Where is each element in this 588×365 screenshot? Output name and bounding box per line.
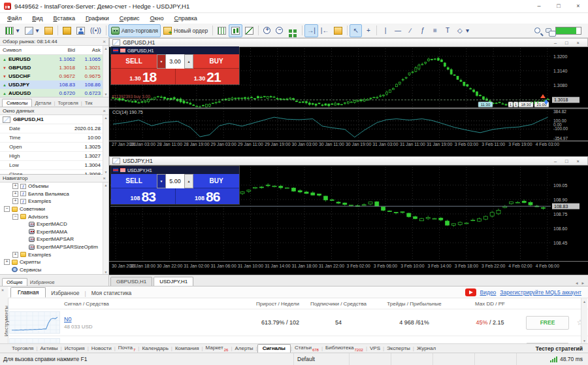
line-chart-mode-button[interactable] [242,24,256,37]
navigator-item-expertmacd[interactable]: ExpertMACD [0,220,108,228]
video-link[interactable]: Видео [480,289,497,296]
menu-вставка[interactable]: Вставка [48,13,80,24]
column-signal-funds[interactable]: Сигнал / Средства [60,301,229,307]
volume-down-button[interactable]: ▼ [157,174,166,188]
navigator-item-examples[interactable]: +ƒExamples [0,198,108,205]
tab-общие[interactable]: Общие [2,278,27,286]
sell-price[interactable]: 10883 [111,188,175,204]
volume-up-button[interactable]: ▲ [184,54,193,69]
toolbox-tab-календарь[interactable]: Календарь [139,345,171,351]
scroll-up-icon[interactable]: ▲ [105,116,108,120]
expand-plus-icon[interactable]: + [12,183,18,189]
menu-окно[interactable]: Окно [145,13,169,24]
close-icon[interactable]: × [1,288,4,292]
tab-детали[interactable]: Детали [32,99,54,107]
toolbox-tab-активы[interactable]: Активы [38,345,61,351]
buy-button[interactable]: BUY [193,54,239,69]
signals-tab-my-statistics[interactable]: Моя статистика [86,288,137,298]
scroll-up-icon[interactable]: ▲ [583,300,586,304]
toolbox-tab-история[interactable]: История [62,345,88,351]
cursor-tool-button[interactable]: ↖ [350,24,362,37]
menu-вид[interactable]: Вид [27,13,48,24]
history-center-button[interactable] [42,24,56,37]
toolbox-tab-торговля[interactable]: Торговля [9,345,36,351]
toolbox-tab-алерты[interactable]: Алерты [232,345,255,351]
video-icon[interactable] [465,288,476,296]
navigator-scrollbar[interactable]: ▲▼ [103,182,108,275]
toolbox-tab-маркет[interactable]: Маркет26 [203,345,231,352]
signals-tab-favorites[interactable]: Избранное [46,288,84,298]
tab-символы[interactable]: Символы [2,99,32,107]
market-watch-row-usdchf[interactable]: ▼USDCHF0.96720.9675 [0,72,108,80]
zoom-out-button[interactable] [273,24,286,37]
navigator-item-советники[interactable]: −Советники [0,205,108,213]
navigator-item-advisors[interactable]: −Advisors [0,213,108,220]
strategy-tester-label[interactable]: Тестер стратегий [536,345,588,352]
close-icon[interactable]: × [103,175,106,181]
signal-row[interactable]: Prospector Scalper EA301.54% / 912653 43… [8,336,588,343]
expand-plus-icon[interactable]: + [12,191,18,197]
scroll-down-icon[interactable]: ▼ [105,170,108,174]
tab-scroll-left-icon[interactable]: ◂ [576,281,578,286]
volume-down-button[interactable]: ▼ [157,54,166,69]
chart-shift-button[interactable]: |← [318,24,332,37]
fibonacci-tool-button[interactable]: ƒ [416,24,429,37]
navigator-item-examples[interactable]: +Examples [0,251,108,258]
trendline-tool-button[interactable]: ∕ [404,24,416,37]
sell-button[interactable]: SELL [111,54,157,69]
menu-справка[interactable]: Справка [169,13,202,24]
maximize-button[interactable]: □ [565,158,568,164]
sell-button[interactable]: SELL [111,174,157,188]
vertical-line-tool-button[interactable]: | [379,24,391,37]
chart-tab-gbpusd-h1[interactable]: GBPUSD,H1 [110,277,152,286]
tile-windows-button[interactable] [286,24,300,37]
column-trades-profitable[interactable]: Трейды / Прибыльные [371,301,457,307]
shapes-tool-button[interactable]: ◇▾ [453,24,472,37]
chat-button[interactable] [543,24,554,37]
chevron-down-icon[interactable]: ▾ [16,27,20,35]
tab-торговля[interactable]: Торговля [55,99,80,107]
column-growth-weeks[interactable]: Прирост / Недели [229,301,306,307]
expand-plus-icon[interactable]: + [4,259,10,265]
toolbox-tab-эксперты[interactable]: Эксперты [384,345,413,351]
collapse-minus-icon[interactable]: − [4,206,10,212]
crosshair-tool-button[interactable]: + [362,24,374,37]
text-tool-button[interactable]: T [441,24,453,37]
close-button[interactable]: × [568,0,588,12]
menu-файл[interactable]: Файл [2,13,27,24]
menu-сервис[interactable]: Сервис [114,13,145,24]
tab-избранное[interactable]: Избранное [27,279,57,286]
scroll-down-icon[interactable]: ▼ [105,92,108,96]
minimize-button[interactable]: – [529,0,549,12]
close-icon[interactable]: × [103,39,106,44]
volume-value[interactable]: 3.00 [166,54,184,69]
close-button[interactable]: × [577,158,580,164]
chevron-down-icon[interactable]: ▾ [35,27,39,35]
sell-price[interactable]: 1.3018 [111,69,175,84]
scroll-down-icon[interactable]: ▼ [583,339,586,343]
column-maxdd-pf[interactable]: Max DD / PF [457,301,523,307]
toolbox-tab-статьи[interactable]: Статьи678 [292,345,321,352]
navigator-item-expertmama[interactable]: ExpertMAMA [0,228,108,236]
navigator-item-expertmapsarsizeoptim[interactable]: ExpertMAPSARSizeOptim [0,243,108,251]
buy-price[interactable]: 10886 [175,188,240,204]
scroll-up-icon[interactable]: ▲ [105,183,108,187]
toolbox-tab-новости[interactable]: Новости [89,345,114,351]
indicators-button[interactable] [331,24,345,37]
statusbar-profile[interactable]: Default [294,353,350,365]
bar-chart-mode-button[interactable] [215,24,229,37]
menu-графики[interactable]: Графики [80,13,114,24]
minimize-button[interactable]: – [554,40,557,46]
profiles-button[interactable]: ▾ [22,24,42,37]
community-button[interactable] [74,24,88,37]
toolbox-tab-журнал[interactable]: Журнал [414,345,438,351]
zoom-in-button[interactable] [261,24,273,37]
navigator-item-сервисы[interactable]: Сервисы [0,266,108,274]
usdjpy-window-titlebar[interactable]: USDJPY,H1 – □ × [109,156,588,165]
maximize-button[interactable]: □ [549,0,568,12]
market-watch-scrollbar[interactable]: ▲▼ [103,46,108,97]
collapse-minus-icon[interactable]: − [12,214,18,220]
candle-chart-mode-button[interactable] [229,24,242,37]
navigator-item-объемы[interactable]: +ƒОбъемы [0,182,108,190]
close-button[interactable]: × [577,40,580,46]
